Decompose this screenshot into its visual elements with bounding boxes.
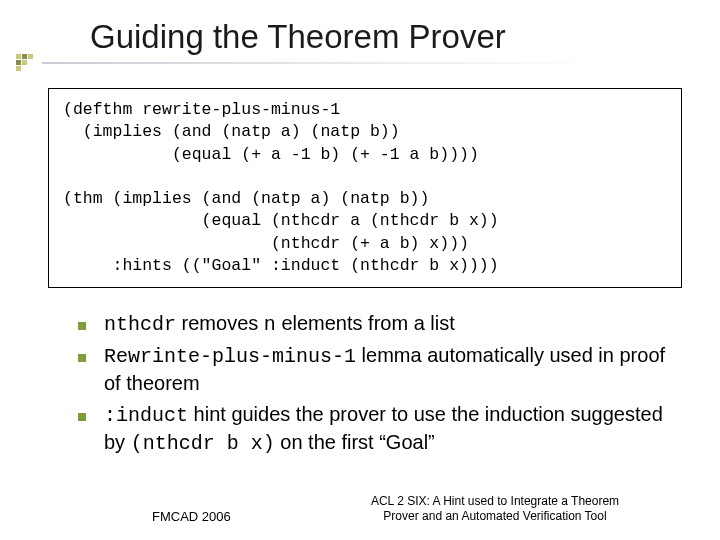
footer-right: ACL 2 SIX: A Hint used to Integrate a Th… (360, 494, 630, 524)
code-span: n (264, 313, 276, 336)
accent-dots-icon (16, 54, 34, 78)
footer: FMCAD 2006 ACL 2 SIX: A Hint used to Int… (0, 509, 720, 524)
bullet-text: nthcdr removes n elements from a list (104, 310, 455, 338)
svg-rect-4 (22, 60, 27, 65)
text-span: on the first “Goal” (275, 431, 435, 453)
list-item: Rewrinte-plus-minus-1 lemma automaticall… (78, 342, 672, 397)
bullet-icon (78, 322, 86, 330)
code-span: :induct (104, 404, 188, 427)
code-span: nthcdr (104, 313, 176, 336)
bullet-icon (78, 354, 86, 362)
code-span: (nthcdr b x) (131, 432, 275, 455)
bullet-text: Rewrinte-plus-minus-1 lemma automaticall… (104, 342, 672, 397)
bullet-icon (78, 413, 86, 421)
title-underline (42, 62, 602, 64)
bullet-list: nthcdr removes n elements from a list Re… (78, 310, 672, 457)
text-span: removes (176, 312, 264, 334)
footer-left: FMCAD 2006 (152, 509, 231, 524)
svg-rect-3 (16, 60, 21, 65)
text-span: elements from a list (276, 312, 455, 334)
svg-rect-0 (16, 54, 21, 59)
bullet-text: :induct hint guides the prover to use th… (104, 401, 672, 457)
page-title: Guiding the Theorem Prover (90, 18, 672, 56)
slide-content: Guiding the Theorem Prover (defthm rewri… (0, 0, 720, 457)
code-block: (defthm rewrite-plus-minus-1 (implies (a… (48, 88, 682, 288)
svg-rect-2 (28, 54, 33, 59)
list-item: :induct hint guides the prover to use th… (78, 401, 672, 457)
svg-rect-1 (22, 54, 27, 59)
svg-rect-5 (16, 66, 21, 71)
code-span: Rewrinte-plus-minus-1 (104, 345, 356, 368)
list-item: nthcdr removes n elements from a list (78, 310, 672, 338)
